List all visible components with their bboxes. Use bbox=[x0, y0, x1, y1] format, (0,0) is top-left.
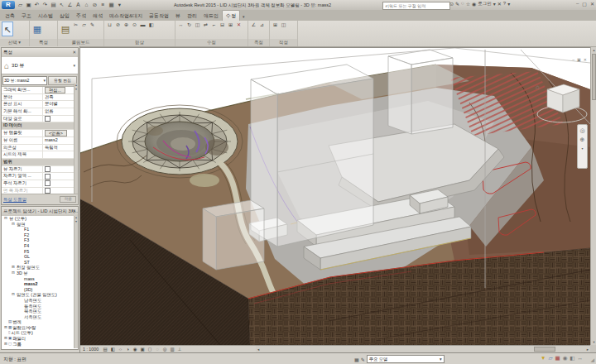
ribbon-tab[interactable]: 공동작업 bbox=[146, 11, 172, 21]
favorites-icon[interactable]: ☆ bbox=[466, 1, 470, 7]
properties-header[interactable]: 특성 ✕ bbox=[2, 48, 78, 57]
navigation-bar[interactable]: ◎ ⊕ ▾ bbox=[577, 124, 588, 169]
modify-arrow-icon[interactable]: ↖ bbox=[2, 22, 13, 36]
tree-item[interactable]: F1 bbox=[2, 227, 78, 232]
help-dropdown-icon[interactable]: ▾ bbox=[507, 1, 510, 7]
tree-expander-icon[interactable]: ⊟ bbox=[11, 271, 16, 276]
select-by-face-icon[interactable]: ◧ bbox=[570, 355, 574, 362]
move-icon[interactable]: ↔ bbox=[177, 22, 185, 28]
apply-button[interactable]: 적용 bbox=[60, 196, 76, 203]
property-row[interactable]: 뷰 자르기 bbox=[2, 166, 78, 174]
cut-icon[interactable]: ✂ bbox=[72, 22, 79, 28]
checkbox[interactable] bbox=[45, 174, 50, 180]
split-icon[interactable]: ⊟ bbox=[219, 22, 226, 28]
checkbox[interactable] bbox=[45, 180, 50, 186]
account-icon[interactable]: ◉ bbox=[472, 1, 476, 7]
property-row[interactable]: 태양 경로 bbox=[2, 116, 78, 123]
tree-item[interactable]: ▤ 범례 bbox=[2, 319, 78, 325]
tree-item[interactable]: ST bbox=[2, 260, 78, 266]
view-close-icon[interactable]: ✕ bbox=[584, 57, 587, 62]
redo-icon[interactable]: ↷ bbox=[41, 2, 49, 8]
measure-line-icon[interactable]: ⊿ bbox=[258, 22, 266, 28]
tree-item[interactable]: ⊟ 입면도 (건물 입면도) bbox=[2, 292, 78, 298]
tree-item[interactable]: ▯ 시트 (모두) bbox=[2, 330, 78, 336]
show-constraints-icon[interactable]: ⊥ bbox=[176, 347, 183, 352]
property-row[interactable]: 기본 해석 화... 없음 bbox=[2, 108, 78, 116]
property-row[interactable]: 은선 표시 분야별 bbox=[2, 101, 78, 108]
tree-item[interactable]: F3 bbox=[2, 237, 78, 243]
edit-type-button[interactable]: 유형 편집 bbox=[48, 76, 77, 85]
select-underlay-icon[interactable]: ▦ bbox=[555, 355, 560, 362]
ribbon-tab[interactable]: 주석 bbox=[73, 11, 89, 21]
ribbon-tab[interactable]: 관리 bbox=[184, 11, 200, 21]
detail-level-icon[interactable]: ▤ bbox=[102, 347, 108, 352]
select-links-icon[interactable]: ▱ bbox=[549, 355, 553, 362]
switch-windows-icon[interactable]: ▦ bbox=[108, 2, 115, 8]
3d-view[interactable]: ⌂ bbox=[80, 48, 590, 346]
scroll-right-icon[interactable]: ▸ bbox=[587, 347, 589, 352]
project-browser-header[interactable]: 프로젝트 탐색기 - LID 시범단지 3차... ✕ bbox=[2, 207, 78, 216]
view-restore-icon[interactable]: ▣ bbox=[577, 57, 581, 62]
tree-item[interactable]: ⊟ 뷰 (모두) bbox=[2, 216, 78, 222]
undo-icon[interactable]: ↶ bbox=[33, 2, 41, 8]
subscription-icon[interactable]: ✎ bbox=[455, 1, 459, 7]
tree-item[interactable]: 북측면도 bbox=[2, 309, 78, 314]
text-icon[interactable]: A bbox=[74, 2, 82, 8]
reveal-hidden-icon[interactable]: ◎ bbox=[161, 347, 168, 352]
property-row[interactable]: 그래픽 화면... 편집... bbox=[2, 87, 78, 94]
search-input[interactable] bbox=[382, 2, 450, 10]
tree-item[interactable]: ⊟ 3D 뷰 bbox=[2, 271, 78, 276]
ribbon-tab[interactable]: 건축 bbox=[2, 11, 18, 21]
select-pinned-icon[interactable]: ◉ bbox=[563, 355, 568, 362]
render-icon[interactable]: ◉ bbox=[132, 347, 138, 352]
minimize-button[interactable]: – bbox=[576, 1, 579, 7]
chevron-down-icon[interactable]: ▾ bbox=[581, 146, 583, 152]
offset-icon[interactable]: ⇄ bbox=[202, 22, 209, 28]
ribbon-tab[interactable]: 매스작업&대지 bbox=[106, 11, 146, 21]
ribbon-tab[interactable]: 애드인 bbox=[200, 11, 222, 21]
join-icon[interactable]: ⊕ bbox=[123, 22, 130, 28]
signin-dropdown-icon[interactable]: ▾ bbox=[493, 1, 496, 7]
paint-icon[interactable]: ◧ bbox=[147, 22, 155, 28]
visual-style-icon[interactable]: ◧ bbox=[109, 347, 116, 352]
delete-icon[interactable]: ✕ bbox=[235, 22, 243, 28]
view-scale-button[interactable]: 1 : 1000 bbox=[83, 347, 99, 352]
tree-item[interactable]: 남측면도 bbox=[2, 298, 78, 304]
tree-item[interactable]: mass bbox=[2, 276, 78, 282]
wall-joins-icon[interactable]: ⊙ bbox=[131, 22, 138, 28]
property-row[interactable]: 분야 건축 bbox=[2, 94, 78, 102]
ribbon-tab[interactable]: 삽입 bbox=[56, 11, 73, 21]
scroll-down-icon[interactable]: ▼ bbox=[591, 340, 596, 344]
ribbon-tab[interactable]: 수정 bbox=[222, 10, 240, 21]
tree-item[interactable]: 서측면도 bbox=[2, 314, 78, 320]
property-row[interactable]: 뷰 템플릿 <없음> bbox=[2, 130, 78, 137]
search-icon[interactable]: ⊙ bbox=[449, 1, 454, 7]
close-icon[interactable]: ✕ bbox=[72, 207, 76, 216]
crop-view-icon[interactable]: ▣ bbox=[139, 347, 146, 352]
property-row[interactable]: 자르기 영역 ... bbox=[2, 173, 78, 180]
sign-in-button[interactable]: 로그인 bbox=[478, 1, 492, 7]
zoom-icon[interactable]: ⊕ bbox=[580, 136, 585, 143]
default-3d-view-icon[interactable]: ⌂ bbox=[83, 2, 90, 8]
tree-item[interactable]: ⊞ ▢ 그룹 bbox=[2, 342, 78, 347]
type-selector[interactable]: ⌂ 3D 뷰 ▾ bbox=[2, 57, 78, 74]
tree-item[interactable]: ⊞ 천장 평면도 bbox=[2, 265, 78, 271]
tree-expander-icon[interactable]: ⊞ bbox=[11, 265, 16, 271]
create-similar-icon[interactable]: ◫ bbox=[280, 22, 287, 28]
array-icon[interactable]: ⊞ bbox=[227, 22, 234, 28]
modify-icon[interactable]: ↖ bbox=[58, 2, 65, 8]
exchange-apps-icon[interactable]: ✕ bbox=[497, 1, 502, 7]
measure-icon[interactable]: ∠ bbox=[66, 2, 74, 8]
create-group-icon[interactable]: ⊞ bbox=[272, 22, 279, 28]
tree-item[interactable]: ⊞ ▣ 패밀리 bbox=[2, 336, 78, 342]
property-row[interactable]: 의존성 독립적 bbox=[2, 145, 78, 152]
instance-selector[interactable]: 3D 뷰: mass2 ▾ bbox=[2, 76, 47, 85]
chevron-down-icon[interactable]: ▾ bbox=[73, 63, 75, 68]
match-type-icon[interactable]: ✎ bbox=[89, 22, 96, 28]
tree-expander-icon[interactable]: ⊟ bbox=[3, 216, 8, 222]
tree-expander-icon[interactable]: ⊟ bbox=[11, 222, 16, 228]
design-option-select[interactable]: 주요 모델 ▾ bbox=[367, 355, 445, 363]
thin-lines-icon[interactable]: ≡ bbox=[99, 2, 107, 8]
tree-item[interactable]: mass2 bbox=[2, 281, 78, 287]
filter-icon[interactable]: ▼ bbox=[541, 355, 546, 362]
